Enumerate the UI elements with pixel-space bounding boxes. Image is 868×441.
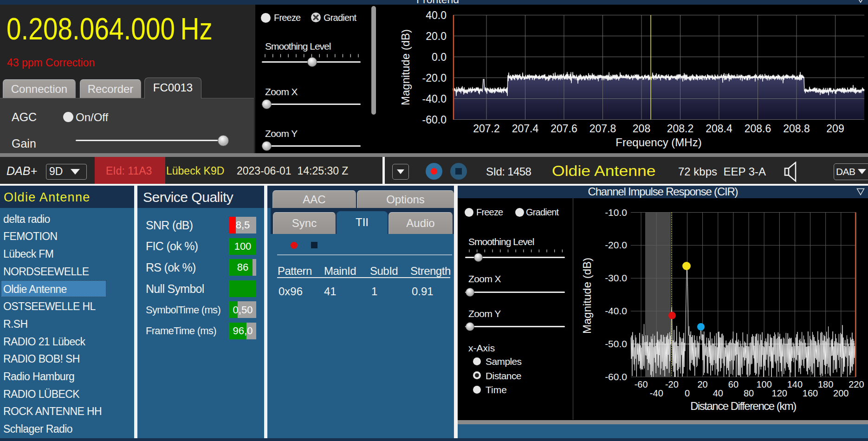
svg-text:-20.0: -20.0 [422, 72, 447, 84]
svg-text:207.2: 207.2 [473, 123, 500, 135]
svg-text:208.4: 208.4 [706, 123, 732, 135]
svg-text:-10.0: -10.0 [605, 207, 627, 218]
svg-text:-50.0: -50.0 [605, 338, 627, 349]
svg-text:0.0: 0.0 [432, 51, 447, 63]
svg-text:Frequency (MHz): Frequency (MHz) [615, 136, 701, 149]
svg-text:-60: -60 [635, 379, 648, 389]
svg-text:60: 60 [728, 379, 738, 389]
svg-text:208: 208 [633, 123, 650, 135]
svg-text:-60.0: -60.0 [605, 371, 627, 382]
svg-text:40: 40 [713, 388, 723, 398]
svg-text:Magnitude (dB): Magnitude (dB) [581, 258, 593, 334]
svg-text:-20: -20 [665, 379, 679, 389]
svg-text:-40.0: -40.0 [605, 305, 627, 316]
svg-text:220: 220 [849, 379, 864, 389]
svg-text:20.0: 20.0 [426, 30, 447, 42]
svg-text:207.4: 207.4 [512, 123, 539, 135]
svg-text:-30.0: -30.0 [605, 272, 627, 283]
svg-text:200: 200 [833, 388, 849, 398]
svg-text:-40: -40 [650, 388, 663, 398]
svg-text:40.0: 40.0 [426, 9, 447, 21]
svg-text:209: 209 [826, 123, 844, 135]
svg-text:120: 120 [772, 388, 787, 398]
svg-text:207.8: 207.8 [589, 123, 616, 135]
svg-text:-20.0: -20.0 [605, 240, 627, 250]
svg-text:20: 20 [697, 379, 707, 389]
svg-text:Distance Difference (km): Distance Difference (km) [690, 400, 796, 412]
svg-text:207.6: 207.6 [551, 123, 577, 135]
svg-text:80: 80 [744, 388, 754, 398]
svg-text:140: 140 [787, 379, 803, 389]
svg-text:208.8: 208.8 [783, 123, 810, 135]
svg-text:160: 160 [803, 388, 818, 398]
svg-text:208.2: 208.2 [667, 123, 694, 135]
svg-text:0: 0 [685, 388, 690, 398]
svg-text:100: 100 [756, 379, 771, 389]
svg-text:-40.0: -40.0 [422, 93, 447, 105]
svg-text:208.6: 208.6 [745, 123, 771, 135]
svg-text:180: 180 [818, 379, 833, 389]
svg-text:-60.0: -60.0 [422, 114, 447, 126]
svg-text:Magnitude (dB): Magnitude (dB) [399, 29, 412, 105]
